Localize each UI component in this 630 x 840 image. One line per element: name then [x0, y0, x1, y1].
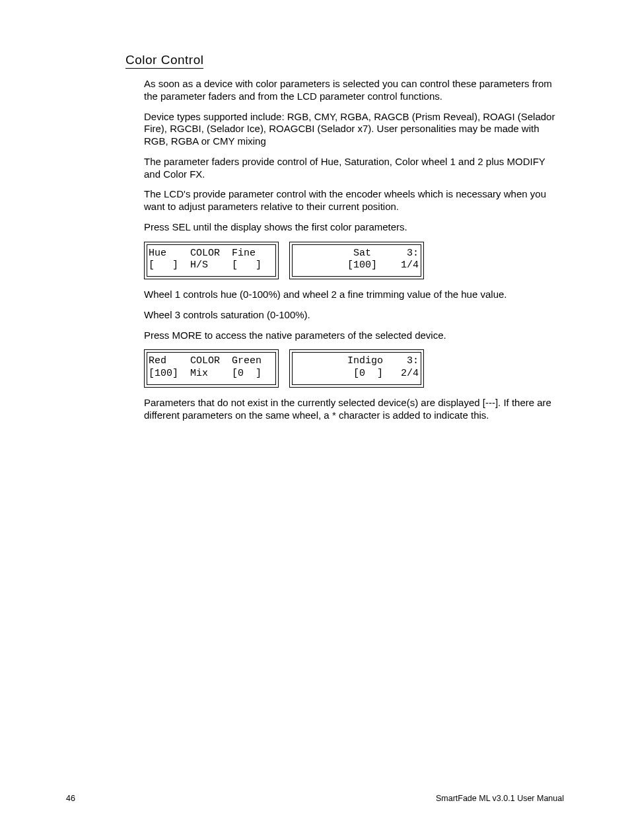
- paragraph: Parameters that do not exist in the curr…: [144, 397, 557, 422]
- intro-block: As soon as a device with color parameter…: [144, 78, 557, 234]
- lcd-display-row-2: Red COLOR Green [100] Mix [0 ] Indigo 3:…: [144, 349, 564, 388]
- lcd-right: Indigo 3: [0 ] 2/4: [289, 349, 424, 388]
- paragraph: Press SEL until the display shows the fi…: [144, 221, 557, 234]
- lcd-left: Hue COLOR Fine [ ] H/S [ ]: [144, 242, 279, 280]
- paragraph: The LCD's provide parameter control with…: [144, 188, 557, 213]
- section-heading: Color Control: [125, 53, 203, 69]
- page-footer: 46 SmartFade ML v3.0.1 User Manual: [66, 794, 564, 803]
- lcd-right-text: Sat 3: [100] 1/4: [292, 244, 421, 277]
- lcd-left: Red COLOR Green [100] Mix [0 ]: [144, 349, 279, 388]
- manual-title: SmartFade ML v3.0.1 User Manual: [436, 794, 564, 803]
- lcd-right-text: Indigo 3: [0 ] 2/4: [292, 352, 421, 385]
- paragraph: Wheel 3 controls saturation (0-100%).: [144, 309, 557, 322]
- lcd-right: Sat 3: [100] 1/4: [289, 242, 424, 280]
- paragraph: Device types supported include: RGB, CMY…: [144, 111, 557, 148]
- lcd-display-row-1: Hue COLOR Fine [ ] H/S [ ] Sat 3: [100] …: [144, 242, 564, 280]
- end-block: Parameters that do not exist in the curr…: [144, 397, 557, 422]
- paragraph: Press MORE to access the native paramete…: [144, 330, 557, 342]
- lcd-left-text: Red COLOR Green [100] Mix [0 ]: [147, 352, 276, 385]
- document-page: Color Control As soon as a device with c…: [0, 0, 630, 840]
- paragraph: The parameter faders provide control of …: [144, 156, 557, 181]
- paragraph: As soon as a device with color parameter…: [144, 78, 557, 103]
- mid-block: Wheel 1 controls hue (0-100%) and wheel …: [144, 289, 557, 341]
- lcd-left-text: Hue COLOR Fine [ ] H/S [ ]: [147, 244, 276, 277]
- paragraph: Wheel 1 controls hue (0-100%) and wheel …: [144, 289, 557, 301]
- page-number: 46: [66, 794, 75, 803]
